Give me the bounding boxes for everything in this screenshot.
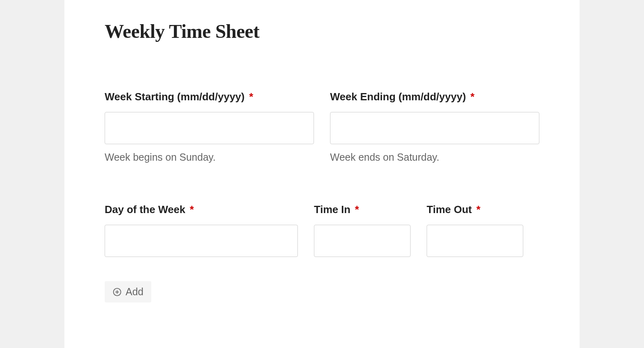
label-text: Day of the Week bbox=[105, 203, 185, 215]
add-button[interactable]: Add bbox=[105, 281, 151, 302]
label-text: Time Out bbox=[427, 203, 472, 215]
week-starting-group: Week Starting (mm/dd/yyyy) * Week begins… bbox=[105, 91, 314, 163]
week-starting-input[interactable] bbox=[105, 112, 314, 144]
day-of-week-group: Day of the Week * bbox=[105, 203, 298, 257]
label-text: Week Ending (mm/dd/yyyy) bbox=[330, 91, 466, 103]
week-starting-helper: Week begins on Sunday. bbox=[105, 151, 314, 163]
label-text: Week Starting (mm/dd/yyyy) bbox=[105, 91, 245, 103]
required-mark: * bbox=[190, 203, 194, 215]
week-range-row: Week Starting (mm/dd/yyyy) * Week begins… bbox=[105, 91, 539, 163]
week-starting-label: Week Starting (mm/dd/yyyy) * bbox=[105, 91, 314, 103]
plus-circle-icon bbox=[113, 288, 122, 296]
day-of-week-label: Day of the Week * bbox=[105, 203, 298, 216]
add-button-label: Add bbox=[126, 286, 143, 298]
time-in-input[interactable] bbox=[314, 225, 411, 257]
time-out-group: Time Out * bbox=[427, 203, 523, 257]
week-ending-label: Week Ending (mm/dd/yyyy) * bbox=[330, 91, 539, 103]
page-wrapper: Weekly Time Sheet Week Starting (mm/dd/y… bbox=[0, 0, 644, 348]
time-in-label: Time In * bbox=[314, 203, 411, 216]
week-ending-helper: Week ends on Saturday. bbox=[330, 151, 539, 163]
time-in-group: Time In * bbox=[314, 203, 411, 257]
day-of-week-input[interactable] bbox=[105, 225, 298, 257]
time-out-input[interactable] bbox=[427, 225, 523, 257]
required-mark: * bbox=[249, 91, 253, 103]
label-text: Time In bbox=[314, 203, 351, 215]
required-mark: * bbox=[476, 203, 480, 215]
form-card: Weekly Time Sheet Week Starting (mm/dd/y… bbox=[64, 0, 580, 348]
time-entry-row: Day of the Week * Time In * Time Out * bbox=[105, 203, 539, 257]
page-title: Weekly Time Sheet bbox=[105, 20, 539, 42]
required-mark: * bbox=[355, 203, 359, 215]
required-mark: * bbox=[471, 91, 475, 103]
time-out-label: Time Out * bbox=[427, 203, 523, 216]
week-ending-input[interactable] bbox=[330, 112, 539, 144]
week-ending-group: Week Ending (mm/dd/yyyy) * Week ends on … bbox=[330, 91, 539, 163]
